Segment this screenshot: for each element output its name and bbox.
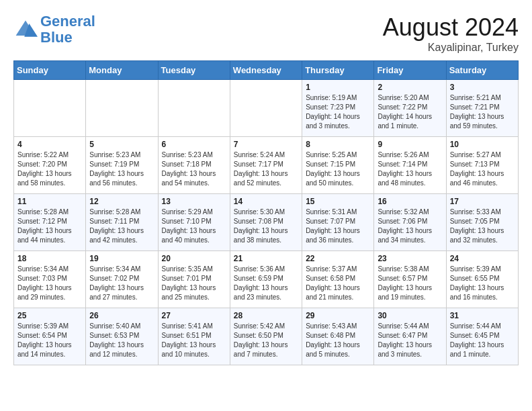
calendar-cell: 5Sunrise: 5:23 AMSunset: 7:19 PMDaylight… [86,137,158,194]
day-info: Sunrise: 5:19 AMSunset: 7:23 PMDaylight:… [306,93,370,131]
calendar-cell: 31Sunrise: 5:44 AMSunset: 6:45 PMDayligh… [446,308,518,365]
calendar-table: SundayMondayTuesdayWednesdayThursdayFrid… [13,60,519,365]
calendar-cell: 30Sunrise: 5:44 AMSunset: 6:47 PMDayligh… [374,308,446,365]
day-info: Sunrise: 5:39 AMSunset: 6:54 PMDaylight:… [17,322,82,359]
week-row-4: 18Sunrise: 5:34 AMSunset: 7:03 PMDayligh… [14,251,519,308]
day-info: Sunrise: 5:28 AMSunset: 7:11 PMDaylight:… [89,208,154,245]
day-number: 13 [162,197,226,206]
calendar-cell: 9Sunrise: 5:26 AMSunset: 7:14 PMDaylight… [374,137,446,194]
day-header-wednesday: Wednesday [230,61,302,80]
calendar-cell: 15Sunrise: 5:31 AMSunset: 7:07 PMDayligh… [302,194,374,251]
day-info: Sunrise: 5:23 AMSunset: 7:18 PMDaylight:… [162,150,226,188]
day-number: 4 [17,140,82,149]
day-number: 3 [450,83,515,92]
day-number: 19 [89,254,154,263]
day-info: Sunrise: 5:26 AMSunset: 7:14 PMDaylight:… [378,150,442,188]
day-header-thursday: Thursday [302,61,374,80]
calendar-cell [14,80,86,137]
calendar-cell: 10Sunrise: 5:27 AMSunset: 7:13 PMDayligh… [446,137,518,194]
calendar-cell: 12Sunrise: 5:28 AMSunset: 7:11 PMDayligh… [86,194,158,251]
day-number: 24 [450,254,515,263]
day-info: Sunrise: 5:23 AMSunset: 7:19 PMDaylight:… [89,150,154,188]
calendar-cell: 4Sunrise: 5:22 AMSunset: 7:20 PMDaylight… [14,137,86,194]
logo-line2: Blue [40,29,73,46]
day-info: Sunrise: 5:20 AMSunset: 7:22 PMDaylight:… [378,93,442,131]
day-header-saturday: Saturday [446,61,518,80]
day-number: 16 [378,197,442,206]
calendar-cell: 25Sunrise: 5:39 AMSunset: 6:54 PMDayligh… [14,308,86,365]
calendar-cell: 28Sunrise: 5:42 AMSunset: 6:50 PMDayligh… [230,308,302,365]
day-number: 15 [306,197,370,206]
day-info: Sunrise: 5:43 AMSunset: 6:48 PMDaylight:… [306,322,370,359]
week-row-5: 25Sunrise: 5:39 AMSunset: 6:54 PMDayligh… [14,308,519,365]
day-info: Sunrise: 5:34 AMSunset: 7:02 PMDaylight:… [89,265,154,302]
day-info: Sunrise: 5:39 AMSunset: 6:55 PMDaylight:… [450,265,515,302]
day-info: Sunrise: 5:33 AMSunset: 7:05 PMDaylight:… [450,208,515,245]
calendar-cell: 7Sunrise: 5:24 AMSunset: 7:17 PMDaylight… [230,137,302,194]
day-info: Sunrise: 5:27 AMSunset: 7:13 PMDaylight:… [450,150,515,188]
day-info: Sunrise: 5:36 AMSunset: 6:59 PMDaylight:… [234,265,298,302]
calendar-cell: 6Sunrise: 5:23 AMSunset: 7:18 PMDaylight… [158,137,230,194]
day-number: 12 [89,197,154,206]
day-info: Sunrise: 5:38 AMSunset: 6:57 PMDaylight:… [378,265,442,302]
calendar-cell: 14Sunrise: 5:30 AMSunset: 7:08 PMDayligh… [230,194,302,251]
day-info: Sunrise: 5:44 AMSunset: 6:47 PMDaylight:… [378,322,442,359]
day-number: 26 [89,311,154,320]
day-info: Sunrise: 5:30 AMSunset: 7:08 PMDaylight:… [234,208,298,245]
week-row-1: 1Sunrise: 5:19 AMSunset: 7:23 PMDaylight… [14,80,519,137]
logo-line1: General [40,13,95,30]
day-info: Sunrise: 5:24 AMSunset: 7:17 PMDaylight:… [234,150,298,188]
calendar-cell: 26Sunrise: 5:40 AMSunset: 6:53 PMDayligh… [86,308,158,365]
title-block: August 2024 Kayalipinar, Turkey [383,13,519,54]
calendar-cell: 17Sunrise: 5:33 AMSunset: 7:05 PMDayligh… [446,194,518,251]
day-info: Sunrise: 5:22 AMSunset: 7:20 PMDaylight:… [17,150,82,188]
logo-text: General Blue [40,13,95,46]
day-info: Sunrise: 5:41 AMSunset: 6:51 PMDaylight:… [162,322,226,359]
day-info: Sunrise: 5:21 AMSunset: 7:21 PMDaylight:… [450,93,515,131]
day-info: Sunrise: 5:31 AMSunset: 7:07 PMDaylight:… [306,208,370,245]
day-info: Sunrise: 5:34 AMSunset: 7:03 PMDaylight:… [17,265,82,302]
day-number: 2 [378,83,442,92]
calendar-cell: 24Sunrise: 5:39 AMSunset: 6:55 PMDayligh… [446,251,518,308]
day-number: 29 [306,311,370,320]
day-number: 23 [378,254,442,263]
day-number: 8 [306,140,370,149]
day-number: 25 [17,311,82,320]
day-number: 30 [378,311,442,320]
week-row-3: 11Sunrise: 5:28 AMSunset: 7:12 PMDayligh… [14,194,519,251]
location: Kayalipinar, Turkey [383,42,519,54]
calendar-cell: 16Sunrise: 5:32 AMSunset: 7:06 PMDayligh… [374,194,446,251]
day-number: 22 [306,254,370,263]
day-number: 17 [450,197,515,206]
calendar-cell: 1Sunrise: 5:19 AMSunset: 7:23 PMDaylight… [302,80,374,137]
day-number: 18 [17,254,82,263]
calendar-cell: 21Sunrise: 5:36 AMSunset: 6:59 PMDayligh… [230,251,302,308]
calendar-cell [158,80,230,137]
day-info: Sunrise: 5:32 AMSunset: 7:06 PMDaylight:… [378,208,442,245]
day-number: 10 [450,140,515,149]
day-info: Sunrise: 5:25 AMSunset: 7:15 PMDaylight:… [306,150,370,188]
day-info: Sunrise: 5:40 AMSunset: 6:53 PMDaylight:… [89,322,154,359]
day-info: Sunrise: 5:42 AMSunset: 6:50 PMDaylight:… [234,322,298,359]
day-info: Sunrise: 5:29 AMSunset: 7:10 PMDaylight:… [162,208,226,245]
calendar-cell: 22Sunrise: 5:37 AMSunset: 6:58 PMDayligh… [302,251,374,308]
day-header-friday: Friday [374,61,446,80]
calendar-cell: 3Sunrise: 5:21 AMSunset: 7:21 PMDaylight… [446,80,518,137]
calendar-cell: 29Sunrise: 5:43 AMSunset: 6:48 PMDayligh… [302,308,374,365]
day-number: 28 [234,311,298,320]
day-number: 20 [162,254,226,263]
calendar-cell: 18Sunrise: 5:34 AMSunset: 7:03 PMDayligh… [14,251,86,308]
day-number: 5 [89,140,154,149]
calendar-cell: 11Sunrise: 5:28 AMSunset: 7:12 PMDayligh… [14,194,86,251]
calendar-cell: 19Sunrise: 5:34 AMSunset: 7:02 PMDayligh… [86,251,158,308]
day-number: 6 [162,140,226,149]
month-year: August 2024 [383,13,519,42]
calendar-cell: 2Sunrise: 5:20 AMSunset: 7:22 PMDaylight… [374,80,446,137]
day-info: Sunrise: 5:44 AMSunset: 6:45 PMDaylight:… [450,322,515,359]
day-number: 1 [306,83,370,92]
calendar-cell [230,80,302,137]
week-row-2: 4Sunrise: 5:22 AMSunset: 7:20 PMDaylight… [14,137,519,194]
day-number: 9 [378,140,442,149]
calendar-cell: 27Sunrise: 5:41 AMSunset: 6:51 PMDayligh… [158,308,230,365]
calendar-cell: 8Sunrise: 5:25 AMSunset: 7:15 PMDaylight… [302,137,374,194]
